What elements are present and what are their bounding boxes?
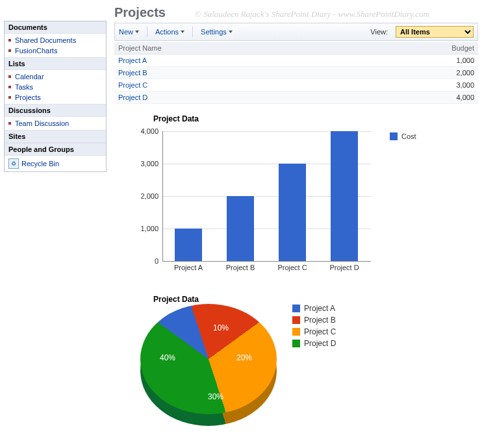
cell-budget: 4,000	[342, 92, 478, 104]
projects-table: Project Name Budget Project A 1,000 Proj…	[114, 42, 478, 104]
bar-project-a	[175, 229, 202, 261]
cell-project-name[interactable]: Project D	[114, 92, 342, 104]
legend-swatch-icon	[292, 316, 300, 324]
nav-section-discussions[interactable]: Discussions	[5, 104, 106, 117]
bullet-icon	[8, 39, 11, 42]
recycle-bin-link[interactable]: ♻ Recycle Bin	[5, 156, 106, 171]
ytick: 2,000	[130, 192, 159, 200]
nav-section-sites[interactable]: Sites	[5, 130, 106, 143]
nav-item-fusioncharts[interactable]: FusionCharts	[5, 45, 106, 56]
nav-item-projects[interactable]: Projects	[5, 92, 106, 103]
pie-chart: Project Data 10% 20% 30% 40% Project A P…	[114, 295, 478, 438]
main-content: © Salaudeen Rajack's SharePoint Diary - …	[107, 0, 482, 438]
col-budget[interactable]: Budget	[342, 42, 478, 55]
xtick: Project D	[318, 264, 370, 271]
view-selector[interactable]: All Items	[396, 26, 474, 38]
legend-swatch-icon	[292, 305, 300, 312]
cell-project-name[interactable]: Project B	[114, 67, 342, 79]
quick-launch-nav: Documents Shared Documents FusionCharts …	[4, 21, 107, 172]
nav-section-lists[interactable]: Lists	[5, 57, 106, 70]
legend-label: Project B	[304, 316, 336, 325]
pie-slice-label: 10%	[213, 323, 229, 332]
nav-item-tasks[interactable]: Tasks	[5, 82, 106, 92]
xtick: Project A	[162, 264, 214, 271]
watermark-text: © Salaudeen Rajack's SharePoint Diary - …	[195, 9, 429, 19]
new-menu[interactable]: New	[119, 28, 139, 36]
pie-slice-label: 40%	[160, 353, 175, 362]
nav-section-people-groups[interactable]: People and Groups	[5, 143, 106, 156]
chevron-down-icon	[135, 31, 139, 33]
xtick: Project B	[214, 264, 266, 271]
cell-budget: 1,000	[342, 55, 478, 67]
pie-legend: Project A Project B Project C Project D	[292, 304, 336, 351]
cell-project-name[interactable]: Project A	[114, 55, 342, 67]
chevron-down-icon	[181, 31, 184, 33]
ytick: 1,000	[130, 225, 159, 232]
legend-label: Project A	[304, 304, 335, 313]
chevron-down-icon	[229, 31, 233, 33]
bullet-icon	[8, 96, 11, 99]
pie-chart-title: Project Data	[153, 295, 478, 304]
bullet-icon	[8, 122, 11, 125]
view-label: View:	[370, 28, 388, 36]
bar-project-b	[227, 196, 254, 261]
bar-plot-area	[162, 131, 371, 262]
nav-item-team-discussion[interactable]: Team Discussion	[5, 118, 106, 129]
legend-swatch-icon	[292, 328, 300, 336]
cell-budget: 2,000	[342, 67, 478, 79]
cell-budget: 3,000	[342, 79, 478, 92]
legend-label: Project C	[304, 327, 336, 336]
list-toolbar: New Actions Settings View: All Items	[114, 23, 478, 41]
col-project-name[interactable]: Project Name	[114, 42, 342, 55]
pie-plot-area: 10% 20% 30% 40%	[140, 304, 277, 427]
table-row[interactable]: Project A 1,000	[114, 55, 478, 67]
nav-section-documents[interactable]: Documents	[5, 21, 106, 34]
bullet-icon	[8, 86, 11, 88]
bar-project-d	[331, 131, 358, 261]
nav-item-shared-documents[interactable]: Shared Documents	[5, 35, 106, 45]
cell-project-name[interactable]: Project C	[114, 79, 342, 92]
legend-label: Project D	[304, 339, 336, 348]
table-row[interactable]: Project D 4,000	[114, 92, 478, 104]
actions-menu[interactable]: Actions	[155, 28, 184, 36]
legend-swatch-icon	[390, 132, 398, 140]
separator	[147, 27, 147, 37]
legend-swatch-icon	[292, 340, 300, 347]
recycle-bin-icon: ♻	[8, 158, 19, 169]
xtick: Project C	[266, 264, 318, 271]
table-row[interactable]: Project B 2,000	[114, 67, 478, 79]
pie-slice-label: 30%	[208, 392, 223, 401]
pie-slice-label: 20%	[236, 353, 252, 362]
ytick: 4,000	[130, 127, 159, 135]
bar-legend: Cost	[390, 132, 416, 140]
separator	[192, 27, 193, 37]
nav-item-calendar[interactable]: Calendar	[5, 71, 106, 82]
bullet-icon	[8, 75, 11, 78]
bar-chart: Project Data 0 1,000 2,000 3,000 4,000	[114, 114, 478, 282]
ytick: 3,000	[130, 160, 159, 168]
table-row[interactable]: Project C 3,000	[114, 79, 478, 92]
settings-menu[interactable]: Settings	[201, 28, 233, 36]
bar-project-c	[279, 164, 306, 261]
legend-label: Cost	[401, 132, 416, 140]
bullet-icon	[8, 49, 11, 52]
bar-chart-title: Project Data	[153, 114, 478, 123]
ytick: 0	[130, 257, 159, 265]
